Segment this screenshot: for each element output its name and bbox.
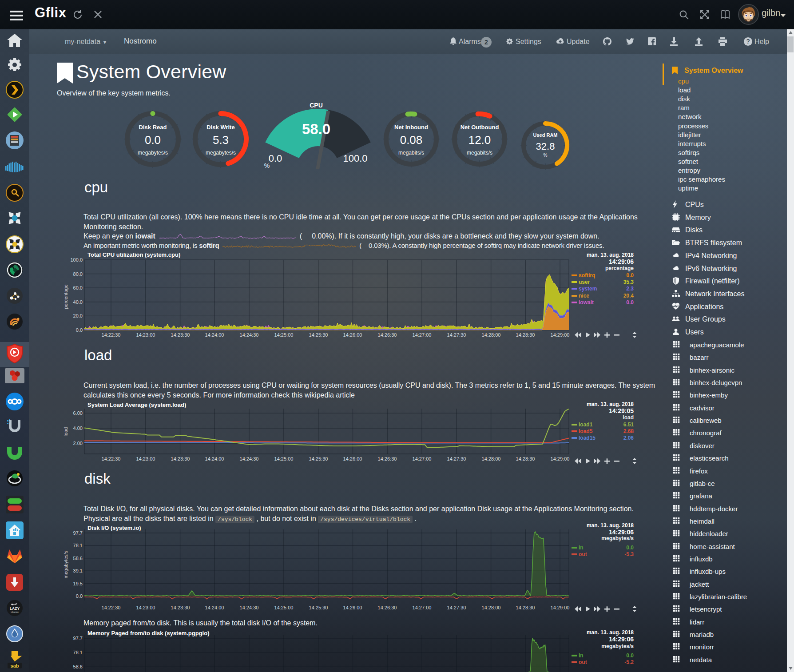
svg-text:LAZY: LAZY (10, 606, 20, 611)
svg-text:megabytes/s: megabytes/s (63, 550, 68, 578)
svg-text:sab: sab (11, 663, 19, 668)
svg-text:Librarian: Librarian (11, 611, 19, 613)
